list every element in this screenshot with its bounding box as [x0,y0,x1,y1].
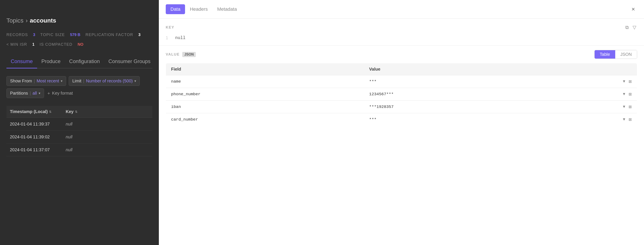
tab-consumer-groups[interactable]: Consumer Groups [104,55,155,68]
row-key-1: null [66,135,149,139]
meta-row: RECORDS 3 TOPIC SIZE 579 B REPLICATION F… [6,33,152,47]
value-table: Field Value name *** ▼ ⊠ [166,63,637,126]
topic-tabs: Consume Produce Configuration Consumer G… [6,55,152,68]
value-section-label: VALUE [166,52,180,57]
show-from-filter[interactable]: Show From | Most recent ▾ [6,76,66,86]
filter-exclude-icon-3[interactable]: ⊠ [628,117,632,122]
filter-down-icon-0[interactable]: ▼ [622,79,626,84]
records-table: Timestamp (Local) ⇅ Key ⇅ 2024-01-04 11:… [6,106,152,156]
view-toggle: Table JSON [594,50,637,59]
table-row[interactable]: 2024-01-04 11:37:07 null [6,144,152,156]
replication-value: 3 [138,33,140,37]
view-table-button[interactable]: Table [595,50,615,59]
panel-header: Data Headers Metadata × [159,0,644,19]
value-name-0: *** [364,75,537,88]
topic-size-value: 579 B [70,33,80,37]
tab-consume[interactable]: Consume [6,55,37,68]
timestamp-sort-icon[interactable]: ⇅ [49,110,52,113]
filters-row: Show From | Most recent ▾ Limit | Number… [6,76,152,98]
limit-value: Number of records (500) [86,78,133,83]
compacted-label: IS COMPACTED [40,42,72,47]
key-format-button[interactable]: ＋ Key format [46,90,73,96]
panel-tab-metadata[interactable]: Metadata [212,4,242,14]
tab-configuration[interactable]: Configuration [65,55,104,68]
row-key-2: null [66,147,149,152]
field-name-3: card_number [166,113,364,126]
table-header: Timestamp (Local) ⇅ Key ⇅ [6,106,152,118]
compacted-value: NO [78,42,83,47]
table-row: card_number *** ▼ ⊠ [166,113,637,126]
filter-exclude-icon-0[interactable]: ⊠ [628,79,632,84]
partitions-filter[interactable]: Partitions | all ▾ [6,88,44,98]
show-from-chevron: ▾ [61,79,62,83]
filter-down-icon-2[interactable]: ▼ [622,104,626,109]
table-row[interactable]: 2024-01-04 11:39:02 null [6,131,152,144]
row-timestamp-1: 2024-01-04 11:39:02 [10,135,66,139]
min-isr-value: 1 [32,42,34,47]
field-name-1: phone_number [166,88,364,101]
key-line-number: 1 [166,35,171,40]
table-row: phone_number 1234567*** ▼ ⊠ [166,88,637,101]
panel-tab-headers[interactable]: Headers [185,4,212,14]
key-content: 1 null [166,35,637,40]
copy-key-button[interactable]: ⧉ [624,24,630,31]
close-button[interactable]: × [630,5,637,13]
key-section-label: KEY ⧉ ▽ [166,24,637,31]
value-name-3: *** [364,113,537,126]
records-label: RECORDS [6,33,28,37]
value-name-1: 1234567*** [364,88,537,101]
table-row: name *** ▼ ⊠ [166,75,637,88]
detail-panel: Data Headers Metadata × KEY ⧉ ▽ 1 null V… [159,0,644,245]
breadcrumb-current: accounts [30,17,56,24]
breadcrumb-separator: › [26,17,28,24]
breadcrumb: Topics › accounts [6,17,152,24]
value-header: VALUE JSON Table JSON [166,50,637,59]
min-isr-label: < MIN ISR [6,42,27,47]
breadcrumb-topics[interactable]: Topics [6,17,24,24]
value-section: VALUE JSON Table JSON Field Value name *… [159,46,644,245]
show-from-label: Show From [10,78,32,83]
partitions-value: all [33,91,37,96]
row-actions-2: ▼ ⊠ [542,104,632,109]
row-actions-0: ▼ ⊠ [542,79,632,84]
partitions-label: Partitions [10,91,28,96]
show-from-value: Most recent [36,78,59,83]
key-sort-icon[interactable]: ⇅ [75,110,78,113]
replication-label: REPLICATION FACTOR [86,33,133,37]
key-section: KEY ⧉ ▽ 1 null [159,19,644,46]
row-actions-1: ▼ ⊠ [542,92,632,97]
partitions-chevron: ▾ [39,91,40,95]
limit-filter[interactable]: Limit | Number of records (500) ▾ [69,76,140,86]
field-name-2: iban [166,101,364,113]
limit-label: Limit [72,78,81,83]
value-col-header: Value [364,63,537,75]
col-timestamp: Timestamp (Local) ⇅ [10,109,66,114]
filter-exclude-icon-2[interactable]: ⊠ [628,104,632,109]
filter-key-button[interactable]: ▽ [632,24,637,31]
row-timestamp-0: 2024-01-04 11:39:37 [10,122,66,127]
row-actions-3: ▼ ⊠ [542,117,632,122]
table-row[interactable]: 2024-01-04 11:39:37 null [6,118,152,131]
value-name-2: ***1928357 [364,101,537,113]
left-panel: Topics › accounts RECORDS 3 TOPIC SIZE 5… [0,0,159,245]
row-timestamp-2: 2024-01-04 11:37:07 [10,147,66,152]
json-badge: JSON [182,52,196,57]
filter-down-icon-1[interactable]: ▼ [622,92,626,97]
filter-down-icon-3[interactable]: ▼ [622,117,626,122]
view-json-button[interactable]: JSON [615,50,637,59]
key-section-icons: ⧉ ▽ [624,24,637,31]
tab-produce[interactable]: Produce [37,55,65,68]
key-format-label: Key format [52,91,73,96]
col-key: Key ⇅ [66,109,149,114]
field-col-header: Field [166,63,364,75]
key-value: null [175,35,186,40]
limit-chevron: ▾ [134,79,136,83]
row-key-0: null [66,122,149,127]
filter-exclude-icon-1[interactable]: ⊠ [628,92,632,97]
topic-size-label: TOPIC SIZE [40,33,65,37]
field-name-0: name [166,75,364,88]
records-value: 3 [33,33,35,37]
panel-tab-data[interactable]: Data [166,4,185,14]
table-row: iban ***1928357 ▼ ⊠ [166,101,637,113]
